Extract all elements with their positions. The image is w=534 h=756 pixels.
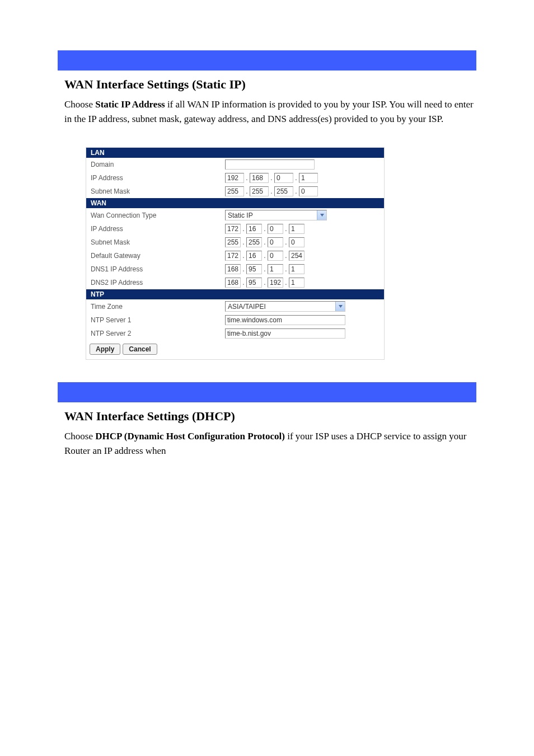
input-ntp1[interactable] <box>225 315 345 325</box>
wan-mask-octet-2[interactable] <box>246 237 262 247</box>
dns1-octet-3[interactable] <box>268 264 283 274</box>
label-dns2: DNS2 IP Address <box>91 279 225 287</box>
dns2-octet-3[interactable] <box>268 278 283 288</box>
dot-separator: . <box>269 187 274 195</box>
row-wan-gateway: Default Gateway . . . <box>86 249 384 262</box>
label-domain: Domain <box>91 161 225 168</box>
dot-separator: . <box>293 187 299 195</box>
label-wan-mask: Subnet Mask <box>91 238 225 246</box>
row-timezone: Time Zone ASIA/TAIPEI <box>86 299 384 313</box>
label-lan-mask: Subnet Mask <box>91 187 225 195</box>
wan-mask-octet-3[interactable] <box>268 237 283 247</box>
wan-ip-octet-3[interactable] <box>268 224 283 234</box>
row-lan-mask: Subnet Mask . . . <box>86 185 384 198</box>
config-panel: LAN Domain IP Address . . . Subnet Mask … <box>86 147 385 360</box>
chevron-down-icon <box>335 302 345 311</box>
input-domain[interactable] <box>225 159 315 170</box>
wan-ip-octet-1[interactable] <box>225 224 241 234</box>
dot-separator: . <box>244 174 250 182</box>
lan-ip-octet-2[interactable] <box>250 173 269 183</box>
dot-separator: . <box>283 279 289 287</box>
lan-mask-octet-2[interactable] <box>250 186 269 196</box>
lan-mask-octet-3[interactable] <box>274 186 293 196</box>
dot-separator: . <box>241 252 246 260</box>
svg-marker-1 <box>339 305 343 308</box>
dot-separator: . <box>244 187 250 195</box>
row-dns1: DNS1 IP Address . . . <box>86 262 384 276</box>
wan-ip-octet-2[interactable] <box>246 224 262 234</box>
section-divider <box>58 50 476 71</box>
label-wan-conn-type: Wan Connection Type <box>91 212 225 219</box>
chevron-down-icon <box>317 210 326 220</box>
dns1-octet-2[interactable] <box>246 264 262 274</box>
dot-separator: . <box>269 174 274 182</box>
intro-strong: Static IP Address <box>95 99 165 110</box>
dns2-octet-2[interactable] <box>246 278 262 288</box>
section-title-static-ip: WAN Interface Settings (Static IP) <box>64 77 476 92</box>
wan-gw-octet-3[interactable] <box>268 251 283 261</box>
wan-gw-octet-1[interactable] <box>225 251 241 261</box>
section-header-ntp: NTP <box>86 289 384 299</box>
row-dns2: DNS2 IP Address . . . <box>86 276 384 289</box>
lan-mask-octet-1[interactable] <box>225 186 244 196</box>
dot-separator: . <box>241 279 246 287</box>
dot-separator: . <box>241 265 246 273</box>
select-value: ASIA/TAIPEI <box>228 303 266 311</box>
svg-marker-0 <box>320 214 324 217</box>
dot-separator: . <box>283 225 289 233</box>
section-intro-static-ip: Choose Static IP Address if all WAN IP i… <box>64 97 476 126</box>
dot-separator: . <box>283 252 289 260</box>
row-wan-mask: Subnet Mask . . . <box>86 236 384 249</box>
select-timezone[interactable]: ASIA/TAIPEI <box>225 301 345 312</box>
wan-mask-octet-4[interactable] <box>289 237 305 247</box>
dot-separator: . <box>293 174 299 182</box>
section-intro-dhcp: Choose DHCP (Dynamic Host Configuration … <box>64 429 476 458</box>
label-ntp2: NTP Server 2 <box>91 330 225 337</box>
wan-ip-octet-4[interactable] <box>289 224 305 234</box>
dot-separator: . <box>262 225 268 233</box>
lan-ip-octet-1[interactable] <box>225 173 244 183</box>
intro-strong: DHCP (Dynamic Host Configuration Protoco… <box>95 431 285 442</box>
label-timezone: Time Zone <box>91 303 225 311</box>
row-ntp2: NTP Server 2 <box>86 327 384 340</box>
section-divider <box>58 382 476 402</box>
label-wan-ip: IP Address <box>91 225 225 233</box>
lan-ip-octet-3[interactable] <box>274 173 293 183</box>
input-ntp2[interactable] <box>225 328 345 339</box>
cancel-button[interactable]: Cancel <box>123 344 157 355</box>
wan-gw-octet-4[interactable] <box>289 251 305 261</box>
label-dns1: DNS1 IP Address <box>91 265 225 273</box>
dot-separator: . <box>283 265 289 273</box>
row-lan-ip: IP Address . . . <box>86 171 384 185</box>
dot-separator: . <box>262 252 268 260</box>
row-ntp1: NTP Server 1 <box>86 313 384 327</box>
dot-separator: . <box>262 279 268 287</box>
row-wan-ip: IP Address . . . <box>86 222 384 236</box>
section-header-wan: WAN <box>86 198 384 208</box>
intro-text: Choose <box>64 99 95 110</box>
wan-gw-octet-2[interactable] <box>246 251 262 261</box>
label-ntp1: NTP Server 1 <box>91 316 225 324</box>
section-header-lan: LAN <box>86 148 384 158</box>
wan-mask-octet-1[interactable] <box>225 237 241 247</box>
section-title-dhcp: WAN Interface Settings (DHCP) <box>64 409 476 424</box>
intro-text: Choose <box>64 431 95 442</box>
dot-separator: . <box>283 238 289 246</box>
lan-mask-octet-4[interactable] <box>299 186 318 196</box>
row-wan-conn-type: Wan Connection Type Static IP <box>86 208 384 222</box>
select-wan-conn-type[interactable]: Static IP <box>225 210 327 220</box>
dns2-octet-1[interactable] <box>225 278 241 288</box>
dot-separator: . <box>241 238 246 246</box>
dns1-octet-1[interactable] <box>225 264 241 274</box>
select-value: Static IP <box>228 212 253 219</box>
dot-separator: . <box>241 225 246 233</box>
label-lan-ip: IP Address <box>91 174 225 182</box>
dns2-octet-4[interactable] <box>289 278 305 288</box>
dns1-octet-4[interactable] <box>289 264 305 274</box>
label-wan-gateway: Default Gateway <box>91 252 225 260</box>
lan-ip-octet-4[interactable] <box>299 173 318 183</box>
apply-button[interactable]: Apply <box>90 344 120 355</box>
row-domain: Domain <box>86 158 384 171</box>
dot-separator: . <box>262 238 268 246</box>
dot-separator: . <box>262 265 268 273</box>
